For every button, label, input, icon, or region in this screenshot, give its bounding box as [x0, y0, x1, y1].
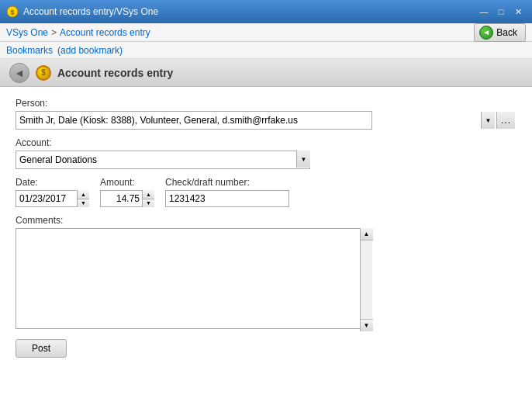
ellipsis-icon: ... — [501, 115, 511, 126]
date-label: Date: — [16, 177, 89, 188]
account-input[interactable] — [16, 151, 310, 169]
app-home-link[interactable]: VSys One — [6, 27, 48, 38]
comments-wrapper: ▲ ▼ — [16, 228, 372, 331]
account-label: Account: — [16, 137, 516, 148]
back-button[interactable]: ◄ Back — [474, 23, 526, 42]
minimize-button[interactable]: — — [476, 4, 492, 19]
back-button-label: Back — [496, 27, 517, 38]
bookmarks-bar: Bookmarks (add bookmark) — [0, 42, 532, 59]
check-field: Check/draft number: — [165, 177, 289, 207]
date-increment-button[interactable]: ▲ — [78, 190, 89, 199]
window-title: Account records entry/VSys One — [23, 6, 158, 17]
amount-field: Amount: ▲ ▼ — [100, 177, 154, 207]
page-breadcrumb-link[interactable]: Account records entry — [60, 27, 150, 38]
person-dropdown-arrow[interactable]: ▼ — [481, 112, 495, 129]
main-content: Person: ▼ ... Account: ▼ Date: — [0, 87, 532, 412]
comments-textarea[interactable] — [16, 228, 372, 329]
date-input-wrapper: ▲ ▼ — [16, 190, 89, 207]
breadcrumb: VSys One > Account records entry — [6, 27, 150, 38]
add-bookmark-link[interactable]: (add bookmark) — [57, 45, 123, 56]
back-icon: ◄ — [479, 26, 493, 40]
svg-text:$: $ — [10, 9, 14, 16]
post-button-row: Post — [16, 339, 516, 358]
comments-scrollbar: ▲ ▼ — [360, 228, 372, 331]
page-icon: $ — [36, 65, 51, 81]
date-field: Date: ▲ ▼ — [16, 177, 89, 207]
header-back-button[interactable]: ◄ — [9, 63, 29, 83]
page-title: Account records entry — [57, 67, 173, 79]
amount-label: Amount: — [100, 177, 154, 188]
person-input[interactable] — [16, 111, 372, 130]
bookmarks-link[interactable]: Bookmarks — [6, 45, 53, 56]
comments-field-group: Comments: ▲ ▼ — [16, 215, 516, 331]
breadcrumb-separator: > — [51, 27, 57, 38]
amount-spinner: ▲ ▼ — [142, 190, 154, 207]
close-button[interactable]: ✕ — [510, 4, 526, 19]
date-spinner: ▲ ▼ — [77, 190, 89, 207]
person-field-group: Person: ▼ ... — [16, 98, 516, 130]
maximize-button[interactable]: □ — [493, 4, 509, 19]
check-label: Check/draft number: — [165, 177, 289, 188]
account-select-wrapper: ▼ — [16, 151, 310, 169]
amount-increment-button[interactable]: ▲ — [143, 190, 154, 199]
window-controls: — □ ✕ — [476, 4, 526, 19]
post-button[interactable]: Post — [16, 339, 67, 358]
scroll-up-button[interactable]: ▲ — [361, 228, 373, 241]
page-header: ◄ $ Account records entry — [0, 59, 532, 87]
chevron-down-icon: ▼ — [485, 117, 492, 124]
account-field-group: Account: ▼ — [16, 137, 516, 169]
amount-decrement-button[interactable]: ▼ — [143, 199, 154, 208]
date-decrement-button[interactable]: ▼ — [78, 199, 89, 208]
scroll-down-button[interactable]: ▼ — [361, 319, 373, 331]
title-bar: $ Account records entry/VSys One — □ ✕ — [0, 0, 532, 23]
header-back-icon: ◄ — [14, 67, 25, 79]
person-select-wrapper: ▼ ... — [16, 111, 516, 130]
nav-bar: VSys One > Account records entry ◄ Back — [0, 23, 532, 42]
comments-label: Comments: — [16, 215, 516, 226]
date-amount-check-row: Date: ▲ ▼ Amount: ▲ ▼ Check/draft — [16, 177, 516, 207]
person-more-button[interactable]: ... — [496, 112, 515, 129]
check-input[interactable] — [165, 190, 289, 207]
app-icon: $ — [6, 5, 19, 18]
person-label: Person: — [16, 98, 516, 109]
amount-input-wrapper: ▲ ▼ — [100, 190, 154, 207]
